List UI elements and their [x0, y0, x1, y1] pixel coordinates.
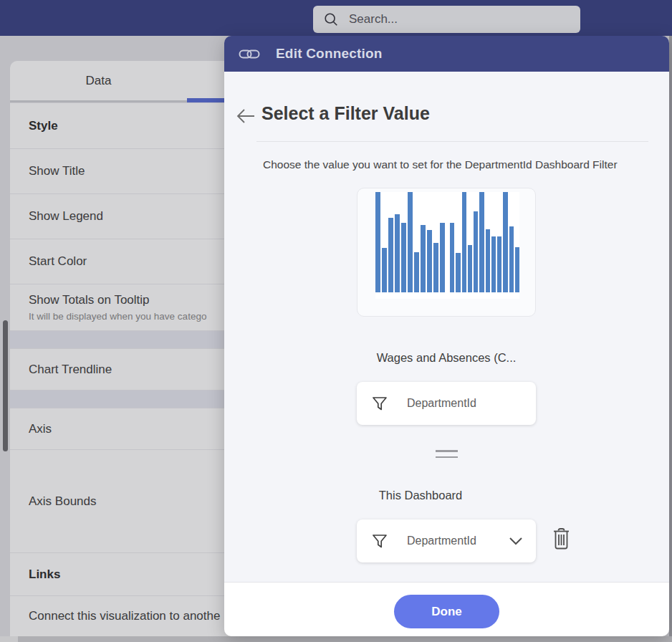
bar: [509, 226, 514, 292]
bar: [421, 225, 426, 292]
back-arrow-icon: [235, 107, 256, 125]
source-filter-card: DepartmentId: [357, 382, 536, 425]
bar: [479, 192, 484, 292]
bar: [401, 223, 406, 292]
bar: [497, 236, 501, 292]
bar: [408, 192, 413, 292]
source-filter-name: DepartmentId: [407, 397, 523, 410]
bar: [433, 243, 438, 292]
bar: [456, 253, 460, 292]
bar-group: [375, 192, 445, 292]
source-visualization-label: Wages and Absences (C...: [357, 351, 536, 365]
bar: [440, 223, 445, 292]
filter-icon: [371, 532, 388, 550]
target-filter-name: DepartmentId: [407, 535, 490, 547]
bar: [503, 192, 507, 292]
modal-header: Edit Connection: [224, 36, 669, 72]
bar: [468, 245, 472, 292]
back-button[interactable]: [233, 105, 259, 128]
done-button[interactable]: Done: [394, 595, 499, 628]
bar: [427, 230, 432, 292]
bar: [382, 248, 387, 292]
page-title: Select a Filter Value: [261, 103, 430, 124]
visualization-thumbnail-card: [357, 188, 536, 317]
modal-body: Select a Filter Value Choose the value y…: [224, 72, 669, 582]
chevron-down-icon: [509, 537, 523, 545]
target-dashboard-label: This Dashboard: [331, 489, 510, 502]
delete-connection-button[interactable]: [548, 524, 574, 553]
bar: [414, 252, 419, 292]
bar: [486, 229, 490, 292]
bar: [474, 211, 478, 292]
bar: [450, 223, 454, 292]
edit-connection-modal: Edit Connection Select a Filter Value Ch…: [224, 36, 669, 636]
trash-icon: [552, 527, 571, 550]
bar: [395, 214, 400, 292]
chart-thumbnail-plot: [375, 192, 519, 299]
bar: [491, 236, 496, 292]
bar: [388, 218, 393, 292]
bar: [462, 192, 466, 292]
link-icon: [239, 48, 260, 60]
modal-title: Edit Connection: [276, 46, 383, 62]
description-text: Choose the value you want to set for the…: [263, 157, 632, 172]
equals-icon: [436, 450, 458, 462]
bar: [375, 192, 380, 292]
filter-icon: [371, 395, 388, 412]
bar: [515, 247, 519, 292]
modal-footer: Done: [224, 582, 669, 636]
target-filter-dropdown[interactable]: DepartmentId: [357, 519, 536, 562]
bar-group: [450, 192, 519, 292]
heading-divider: [256, 141, 648, 142]
